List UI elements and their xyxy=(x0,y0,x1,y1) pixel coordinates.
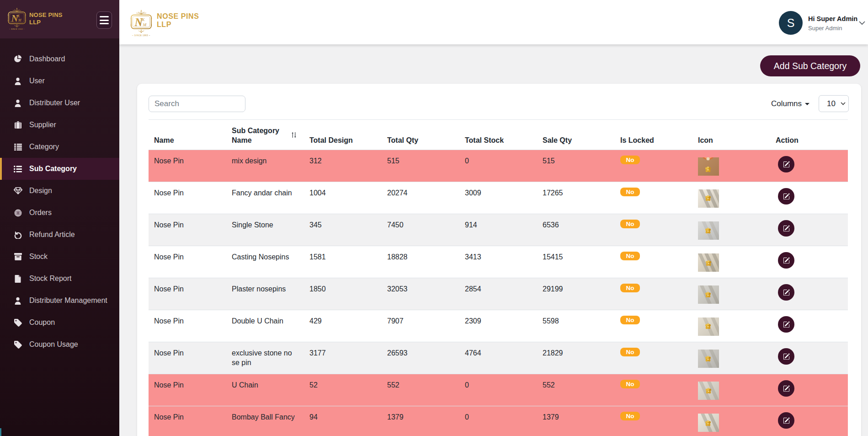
svg-text:K: K xyxy=(17,14,20,18)
svg-text:~ SINCE 1963 ~: ~ SINCE 1963 ~ xyxy=(9,28,25,30)
svg-text:M: M xyxy=(18,18,21,22)
